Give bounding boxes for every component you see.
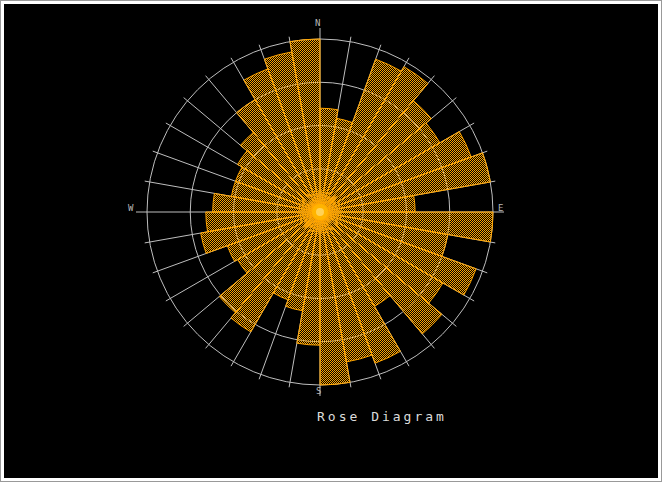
chart-title: Rose Diagram bbox=[317, 409, 447, 424]
compass-label-west: W bbox=[128, 204, 133, 213]
plot-window: N E S W Rose Diagram bbox=[0, 0, 662, 482]
compass-label-east: E bbox=[498, 204, 503, 213]
rose-sectors bbox=[201, 39, 493, 385]
compass-label-south: S bbox=[316, 387, 321, 396]
plot-canvas: N E S W Rose Diagram bbox=[4, 4, 658, 478]
compass-label-north: N bbox=[315, 19, 320, 28]
